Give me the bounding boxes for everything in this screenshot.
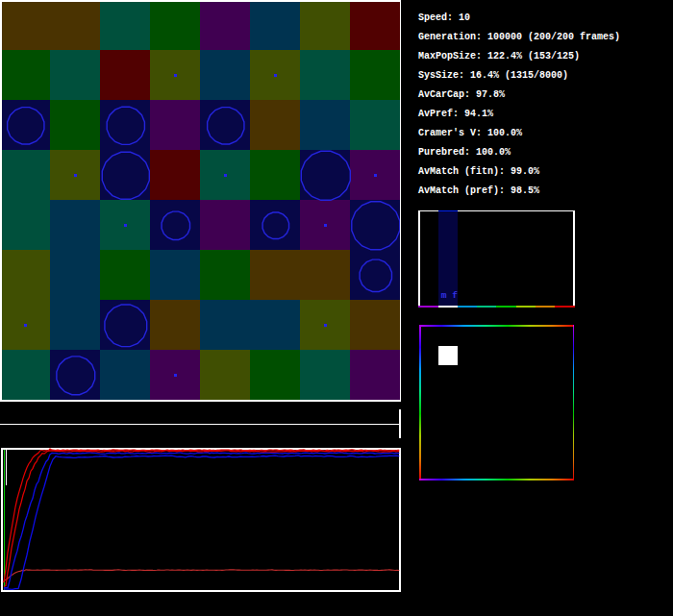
svg-text:Purebred: 100.0%: Purebred: 100.0% [418, 147, 511, 158]
svg-text:AvMatch (pref): 98.5%: AvMatch (pref): 98.5% [418, 185, 539, 196]
svg-text:AvCarCap: 97.8%: AvCarCap: 97.8% [418, 89, 505, 100]
svg-text:AvPref: 94.1%: AvPref: 94.1% [418, 109, 493, 119]
svg-text:AvMatch (fitn): 99.0%: AvMatch (fitn): 99.0% [418, 166, 539, 177]
svg-text:Cramer's V: 100.0%: Cramer's V: 100.0% [418, 128, 522, 138]
svg-text:Speed: 10: Speed: 10 [418, 12, 470, 23]
svg-text:m f: m f [441, 290, 458, 301]
svg-text:SysSize: 16.4% (1315/8000): SysSize: 16.4% (1315/8000) [418, 70, 568, 81]
svg-text:Generation: 100000 (200/200 fr: Generation: 100000 (200/200 frames) [418, 32, 620, 42]
svg-text:MaxPopSize: 122.4% (153/125): MaxPopSize: 122.4% (153/125) [418, 51, 580, 62]
